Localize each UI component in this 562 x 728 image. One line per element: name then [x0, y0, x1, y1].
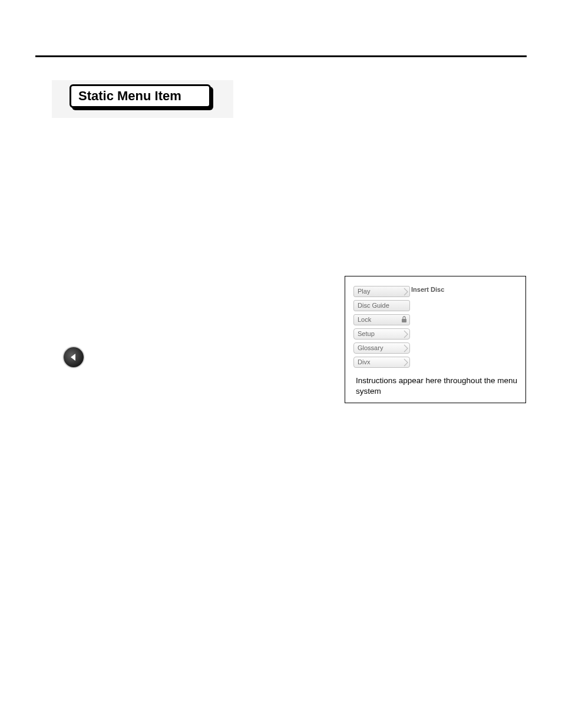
status-text: Insert Disc [411, 286, 444, 293]
arrow-left-icon [68, 351, 80, 363]
arrow-left-bullet-icon [64, 347, 84, 367]
lock-icon [401, 316, 407, 323]
menu-chip-container: Static Menu Item [52, 80, 233, 118]
static-menu-item-chip: Static Menu Item [70, 84, 211, 108]
menu-item-lock[interactable]: Lock [353, 314, 410, 325]
screenshot-caption: Instructions appear here throughout the … [356, 375, 517, 397]
chevron-right-icon [402, 357, 410, 368]
menu-item-glossary[interactable]: Glossary [353, 342, 410, 354]
menu-item-label: Lock [358, 316, 371, 323]
chevron-right-icon [402, 328, 410, 340]
chip-label: Static Menu Item [78, 88, 181, 104]
menu-item-label: Divx [358, 358, 370, 365]
menu-item-label: Glossary [358, 344, 383, 351]
menu-item-play[interactable]: Play [353, 286, 410, 297]
menu-screenshot-panel: Insert Disc Play Disc Guide Lock [345, 276, 526, 403]
menu-list: Play Disc Guide Lock [353, 286, 410, 368]
section-divider [35, 55, 527, 57]
svg-marker-0 [71, 354, 75, 361]
menu-item-label: Play [358, 288, 370, 295]
menu-item-divx[interactable]: Divx [353, 357, 410, 368]
menu-item-label: Disc Guide [358, 302, 389, 309]
svg-rect-1 [402, 319, 406, 322]
chevron-right-icon [402, 286, 410, 297]
menu-item-label: Setup [358, 330, 375, 337]
page: Static Menu Item Insert Disc Play Disc G… [0, 0, 562, 728]
chevron-right-icon [402, 342, 410, 354]
menu-item-setup[interactable]: Setup [353, 328, 410, 340]
menu-item-disc-guide[interactable]: Disc Guide [353, 300, 410, 311]
